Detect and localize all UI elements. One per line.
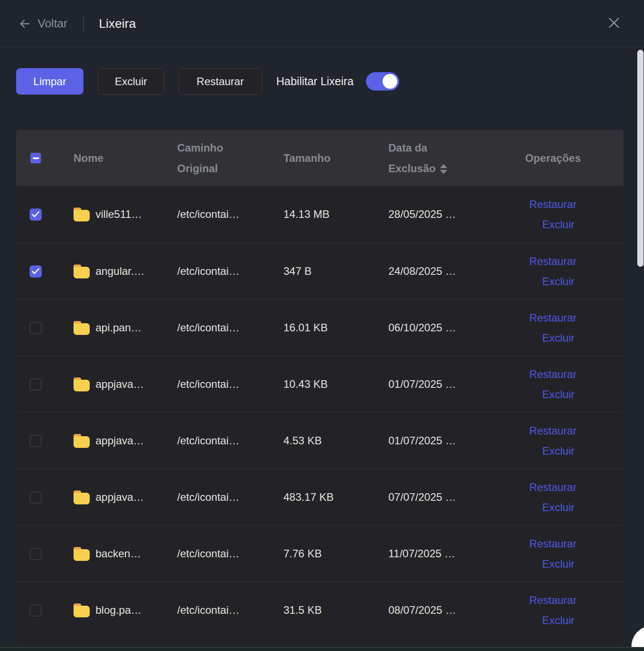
folder-icon: [74, 265, 90, 278]
row-date: 01/07/2025 …: [388, 378, 483, 391]
row-checkbox[interactable]: [30, 265, 42, 278]
sort-icon[interactable]: [440, 164, 447, 174]
folder-icon: [74, 208, 90, 221]
back-label: Voltar: [38, 17, 68, 30]
check-icon: [32, 211, 39, 217]
row-restore-link[interactable]: Restaurar: [529, 255, 576, 268]
restore-button[interactable]: Restaurar: [178, 68, 262, 95]
row-date: 28/05/2025 …: [388, 208, 483, 221]
row-path: /etc/icontai…: [177, 321, 283, 334]
row-date: 06/10/2025 …: [388, 321, 483, 334]
row-date: 08/07/2025 …: [388, 604, 483, 616]
titlebar: Voltar Lixeira: [0, 0, 644, 48]
header-date[interactable]: Data da Exclusão: [388, 138, 483, 179]
table-header-row: Nome Caminho Original Tamanho Data da Ex…: [16, 130, 623, 186]
table-row: ville511… /etc/icontai… 14.13 MB 28/05/2…: [16, 186, 623, 243]
header-name: Nome: [74, 152, 177, 165]
row-delete-link[interactable]: Excluir: [542, 445, 574, 457]
header-path: Caminho Original: [177, 138, 238, 179]
row-name: appjava…: [96, 491, 144, 503]
delete-button[interactable]: Excluir: [98, 68, 164, 95]
row-delete-link[interactable]: Excluir: [542, 218, 574, 231]
row-restore-link[interactable]: Restaurar: [529, 312, 576, 324]
bottom-edge-strip: [0, 647, 644, 651]
row-checkbox[interactable]: [30, 548, 42, 560]
close-icon: [607, 16, 621, 30]
row-path: /etc/icontai…: [177, 604, 283, 616]
header-operations: Operações: [483, 152, 623, 165]
folder-icon: [74, 603, 90, 617]
row-path: /etc/icontai…: [177, 547, 283, 560]
row-size: 7.76 KB: [283, 547, 388, 560]
table-row: angular.… /etc/icontai… 347 B 24/08/2025…: [16, 243, 623, 299]
row-date: 11/07/2025 …: [388, 547, 483, 560]
row-date: 24/08/2025 …: [388, 265, 483, 278]
row-size: 31.5 KB: [283, 604, 388, 616]
table-row: api.pan… /etc/icontai… 16.01 KB 06/10/20…: [16, 299, 623, 356]
trash-toggle[interactable]: [366, 72, 399, 91]
scrollbar-thumb[interactable]: [637, 50, 644, 267]
row-restore-link[interactable]: Restaurar: [529, 594, 576, 607]
row-delete-link[interactable]: Excluir: [542, 614, 574, 627]
header-size: Tamanho: [283, 152, 388, 165]
row-delete-link[interactable]: Excluir: [542, 388, 574, 401]
row-name: api.pan…: [96, 321, 142, 334]
table-row: appjava… /etc/icontai… 483.17 KB 07/07/2…: [16, 469, 623, 525]
row-restore-link[interactable]: Restaurar: [529, 481, 576, 494]
row-name: backen…: [96, 547, 141, 560]
row-restore-link[interactable]: Restaurar: [529, 538, 576, 550]
table-row: backen… /etc/icontai… 7.76 KB 11/07/2025…: [16, 525, 623, 582]
scrollbar-track[interactable]: [637, 49, 644, 651]
folder-icon: [74, 490, 90, 504]
row-name: appjava…: [96, 378, 144, 391]
row-delete-link[interactable]: Excluir: [542, 501, 574, 514]
row-restore-link[interactable]: Restaurar: [529, 425, 576, 437]
row-name: blog.pa…: [96, 604, 142, 616]
row-date: 01/07/2025 …: [388, 434, 483, 447]
table-body: ville511… /etc/icontai… 14.13 MB 28/05/2…: [16, 186, 623, 638]
close-button[interactable]: [605, 13, 623, 32]
row-checkbox[interactable]: [30, 604, 42, 616]
toggle-knob: [383, 74, 397, 89]
titlebar-divider: [83, 16, 84, 31]
table-row: appjava… /etc/icontai… 10.43 KB 01/07/20…: [16, 356, 623, 412]
folder-icon: [74, 378, 90, 391]
row-size: 4.53 KB: [283, 434, 388, 447]
row-checkbox[interactable]: [30, 378, 42, 391]
row-checkbox[interactable]: [30, 491, 42, 503]
row-size: 347 B: [283, 265, 388, 278]
trash-table: Nome Caminho Original Tamanho Data da Ex…: [16, 130, 623, 644]
clear-button[interactable]: Limpar: [16, 68, 83, 95]
row-path: /etc/icontai…: [177, 265, 283, 278]
row-path: /etc/icontai…: [177, 434, 283, 447]
row-size: 16.01 KB: [283, 321, 388, 334]
row-delete-link[interactable]: Excluir: [542, 332, 574, 344]
row-delete-link[interactable]: Excluir: [542, 558, 574, 570]
row-name: appjava…: [96, 434, 144, 447]
row-checkbox[interactable]: [30, 208, 42, 221]
folder-icon: [74, 547, 90, 561]
table-partial-row: [16, 638, 623, 644]
trash-toggle-label: Habilitar Lixeira: [276, 75, 353, 88]
row-path: /etc/icontai…: [177, 378, 283, 391]
table-row: blog.pa… /etc/icontai… 31.5 KB 08/07/202…: [16, 582, 623, 638]
folder-icon: [74, 321, 90, 335]
row-restore-link[interactable]: Restaurar: [529, 198, 576, 211]
row-checkbox[interactable]: [30, 322, 42, 334]
check-icon: [32, 268, 39, 274]
row-name: ville511…: [96, 208, 142, 221]
back-arrow-icon: [19, 18, 30, 30]
select-all-checkbox[interactable]: [30, 152, 42, 164]
row-checkbox[interactable]: [30, 435, 42, 447]
row-size: 14.13 MB: [283, 208, 388, 221]
row-name: angular.…: [96, 265, 144, 278]
page-title: Lixeira: [99, 17, 136, 31]
row-path: /etc/icontai…: [177, 208, 283, 221]
row-delete-link[interactable]: Excluir: [542, 275, 574, 288]
table-row: appjava… /etc/icontai… 4.53 KB 01/07/202…: [16, 412, 623, 469]
back-button[interactable]: Voltar: [19, 17, 68, 30]
row-restore-link[interactable]: Restaurar: [529, 368, 576, 381]
row-date: 07/07/2025 …: [388, 491, 483, 503]
toolbar: Limpar Excluir Restaurar Habilitar Lixei…: [16, 68, 399, 95]
row-path: /etc/icontai…: [177, 491, 283, 503]
